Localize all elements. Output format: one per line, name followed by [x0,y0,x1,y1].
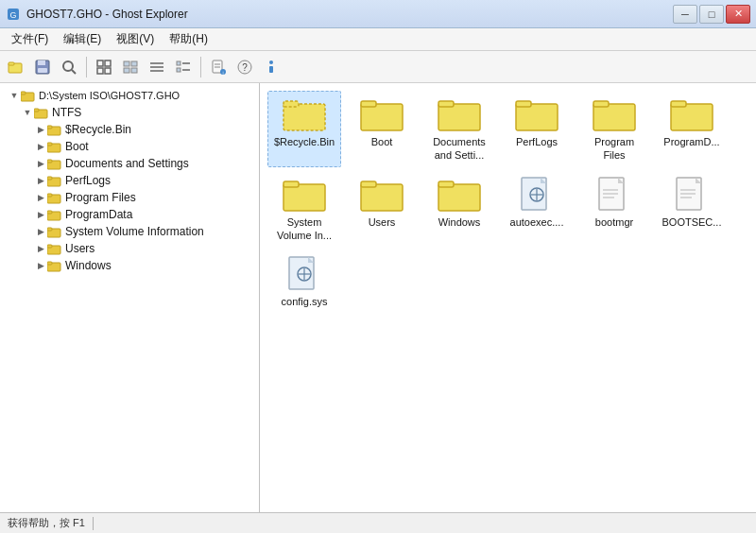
tree-panel[interactable]: ▼ D:\System ISO\GHOST7.GHO ▼ NTFS ▶ $Rec… [0,83,260,512]
file-item-docs[interactable]: Documents and Setti... [422,91,496,167]
boot-icon [359,95,404,133]
file-item-recycle[interactable]: $Recycle.Bin [267,91,341,167]
svg-rect-5 [38,60,45,65]
status-sep [93,517,94,530]
tb-properties[interactable]: i [206,55,231,79]
file-item-users[interactable]: Users [345,171,419,248]
expand-icon: ▼ [8,89,21,102]
svg-rect-54 [47,262,52,265]
svg-point-7 [63,61,73,71]
sysvolinfo-icon [282,176,327,214]
svg-rect-52 [47,245,52,248]
tree-item-perflogs[interactable]: ▶ PerfLogs [0,172,259,189]
expand-pd-icon: ▶ [34,208,47,221]
file-item-programfiles[interactable]: Program Files [577,91,651,167]
tree-item-programdata[interactable]: ▶ ProgramData [0,206,259,223]
tree-item-windows[interactable]: ▶ Windows [0,257,259,274]
tb-find[interactable] [57,55,81,79]
tree-item-sysvolinfo[interactable]: ▶ System Volume Information [0,223,259,240]
file-item-autoexec[interactable]: autoexec.... [500,171,574,248]
file-item-boot[interactable]: Boot [345,91,419,167]
svg-text:?: ? [242,62,248,73]
expand-recycle-icon: ▶ [34,123,47,136]
minimize-button[interactable]: ─ [673,5,697,24]
tb-view2[interactable] [118,55,143,79]
svg-text:i: i [222,70,223,75]
tree-ntfs-label: NTFS [52,106,81,119]
file-item-windows[interactable]: Windows [422,171,496,248]
tb-view4[interactable] [171,55,196,79]
svg-rect-59 [438,104,480,130]
file-item-bootmgr[interactable]: bootmgr [577,171,651,248]
tree-item-boot[interactable]: ▶ Boot [0,138,259,155]
windows-label: Windows [438,215,481,229]
windows-icon [437,176,482,214]
svg-rect-56 [284,101,299,107]
win-folder-icon [47,260,62,272]
expand-boot-icon: ▶ [34,140,47,153]
svg-rect-61 [516,104,558,130]
svg-line-8 [72,70,76,74]
tb-view3[interactable] [145,55,169,79]
file-item-programdata[interactable]: ProgramD... [655,91,729,167]
file-item-configsys[interactable]: config.sys [267,250,341,313]
svg-text:G: G [9,10,16,20]
bootsec-icon [669,176,714,214]
boot-label: Boot [371,135,393,148]
svg-rect-65 [671,104,713,130]
menu-help[interactable]: 帮助(H) [162,29,215,49]
svg-rect-48 [47,211,52,214]
svg-rect-13 [124,61,129,66]
users-icon [359,176,404,214]
tree-item-ntfs[interactable]: ▼ NTFS [0,104,259,121]
users-label: Users [369,215,396,229]
file-item-sysvolinfo[interactable]: System Volume In... [267,171,341,248]
svi-folder-icon [47,226,62,238]
svg-rect-44 [47,177,52,180]
expand-docs-icon: ▶ [34,157,47,170]
tree-item-docs[interactable]: ▶ Documents and Settings [0,155,259,172]
tree-docs-label: Documents and Settings [65,157,189,170]
svg-rect-3 [9,62,14,65]
users-folder-icon [47,243,62,255]
svg-rect-22 [177,68,180,72]
pf-folder-icon [47,192,62,204]
svg-rect-16 [131,68,137,73]
tb-open[interactable] [4,55,28,79]
pd-folder-icon [47,209,62,221]
title-bar: G GHOST7.GHO - Ghost Explorer ─ □ ✕ [0,0,756,28]
tree-item-users[interactable]: ▶ Users [0,240,259,257]
menu-view[interactable]: 视图(V) [109,29,162,49]
tree-recycle-label: $Recycle.Bin [65,123,131,136]
main-content: ▼ D:\System ISO\GHOST7.GHO ▼ NTFS ▶ $Rec… [0,83,756,512]
recycle-icon [282,95,327,133]
bootmgr-icon [592,176,637,214]
docs-folder-icon [47,158,62,170]
tb-view1[interactable] [92,55,116,79]
docs-label: Documents and Setti... [427,135,491,163]
menu-edit[interactable]: 编辑(E) [56,29,109,49]
tb-info[interactable] [259,55,284,79]
tb-help[interactable]: ? [232,55,257,79]
file-panel[interactable]: $Recycle.Bin Boot Documents and Setti... [260,83,756,512]
toolbar-sep-1 [86,57,87,77]
file-item-perflogs[interactable]: PerfLogs [500,91,574,167]
tree-item-root[interactable]: ▼ D:\System ISO\GHOST7.GHO [0,87,259,104]
toolbar-sep-2 [200,57,201,77]
maximize-button[interactable]: □ [699,5,724,24]
tree-pd-label: ProgramData [65,208,132,221]
file-item-bootsec[interactable]: BOOTSEC... [655,171,729,248]
svg-rect-68 [284,181,299,187]
svg-rect-64 [593,101,609,107]
svg-rect-57 [361,104,403,130]
tb-save[interactable] [30,55,55,79]
svg-rect-60 [438,101,454,107]
menu-file[interactable]: 文件(F) [4,29,56,49]
boot-folder-icon [47,141,62,153]
window-controls: ─ □ ✕ [673,5,750,24]
close-button[interactable]: ✕ [726,5,750,24]
svg-rect-11 [97,68,103,74]
tree-item-recycle[interactable]: ▶ $Recycle.Bin [0,121,259,138]
tree-item-programfiles[interactable]: ▶ Program Files [0,189,259,206]
svg-rect-6 [38,68,47,73]
